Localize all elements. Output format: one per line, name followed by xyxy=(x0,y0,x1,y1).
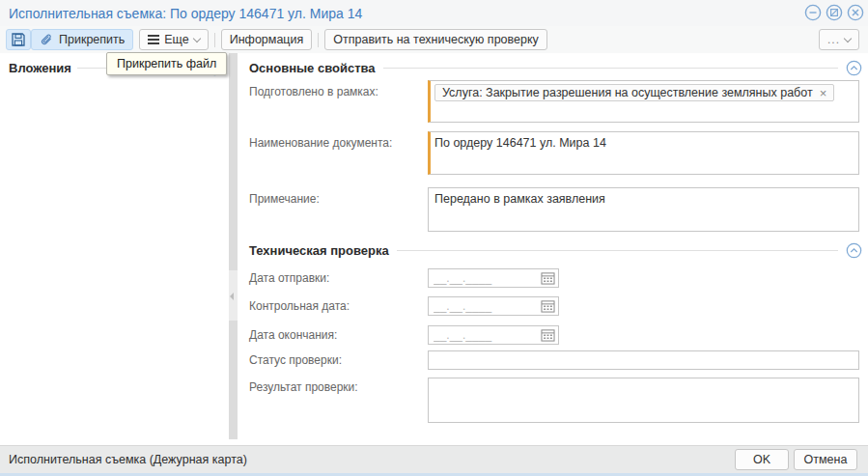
minimize-icon xyxy=(804,4,822,21)
ok-button[interactable]: OK xyxy=(735,449,789,470)
toolbar-overflow-button[interactable]: ... xyxy=(819,29,859,50)
toolbar: Прикрепить Еще Информация Отправить на т… xyxy=(0,26,868,53)
chevron-down-icon xyxy=(844,34,852,42)
close-icon xyxy=(847,4,864,21)
calendar-icon xyxy=(541,271,555,285)
attach-button-label: Прикрепить xyxy=(59,33,125,46)
send-date-calendar-button[interactable] xyxy=(537,269,558,287)
toolbar-separator xyxy=(318,33,319,47)
check-result-label: Результат проверки: xyxy=(249,380,358,394)
end-date-calendar-button[interactable] xyxy=(537,326,558,344)
send-date-field xyxy=(428,268,559,288)
header-rule xyxy=(383,68,838,69)
control-date-input[interactable] xyxy=(429,297,537,315)
note-input[interactable]: Передано в рамках заявления xyxy=(428,187,859,232)
check-section-header: Техническая проверка xyxy=(249,242,862,259)
control-date-label: Контрольная дата: xyxy=(249,299,350,313)
send-date-label: Дата отправки: xyxy=(249,271,329,285)
control-date-field xyxy=(428,296,559,316)
prepared-within-label: Подготовлено в рамках: xyxy=(249,85,378,98)
footer-status-text: Исполнительная съемка (Дежурная карта) xyxy=(9,453,247,466)
document-name-input[interactable]: По ордеру 146471 ул. Мира 14 xyxy=(428,131,859,175)
splitter-grip[interactable] xyxy=(229,270,238,321)
check-status-input[interactable] xyxy=(428,350,859,370)
prepared-within-tag[interactable]: Услуга: Закрытие разрешения на осуществл… xyxy=(434,84,834,101)
close-button[interactable] xyxy=(847,4,864,21)
panel-splitter[interactable] xyxy=(229,53,238,439)
more-button[interactable]: Еще xyxy=(139,29,208,50)
minimize-button[interactable] xyxy=(804,4,822,21)
document-window: Исполнительная съемка: По ордеру 146471 … xyxy=(0,0,868,476)
prepared-within-field[interactable]: Услуга: Закрытие разрешения на осуществл… xyxy=(428,80,859,123)
calendar-icon xyxy=(541,299,555,313)
remove-tag-icon[interactable]: × xyxy=(820,87,827,99)
restore-icon xyxy=(826,4,843,21)
page-title: Исполнительная съемка: По ордеру 146471 … xyxy=(9,6,362,21)
prepared-within-tag-label: Услуга: Закрытие разрешения на осуществл… xyxy=(442,86,813,99)
form-panel: Основные свойства Подготовлено в рамках:… xyxy=(238,53,868,445)
footer-bar: Исполнительная съемка (Дежурная карта) O… xyxy=(0,445,868,473)
attach-button[interactable]: Прикрепить xyxy=(31,29,133,50)
end-date-field xyxy=(428,325,559,345)
end-date-label: Дата окончания: xyxy=(249,328,337,342)
overflow-dots-label: ... xyxy=(827,33,840,46)
window-controls xyxy=(804,4,864,21)
save-icon xyxy=(11,32,26,47)
send-button-label: Отправить на техническую проверку xyxy=(333,33,539,46)
toolbar-separator xyxy=(214,33,215,47)
check-status-label: Статус проверки: xyxy=(249,353,342,367)
title-bar: Исполнительная съемка: По ордеру 146471 … xyxy=(0,0,868,26)
send-date-input[interactable] xyxy=(429,269,537,287)
collapse-check-section-button[interactable] xyxy=(846,242,862,259)
chevron-down-icon xyxy=(192,34,200,42)
check-section-title: Техническая проверка xyxy=(249,243,389,258)
main-section-title: Основные свойства xyxy=(249,61,376,75)
header-rule xyxy=(397,250,838,251)
save-button[interactable] xyxy=(6,29,31,50)
attachments-panel: Вложения xyxy=(0,53,229,445)
send-to-technical-check-button[interactable]: Отправить на техническую проверку xyxy=(324,29,547,50)
cancel-button[interactable]: Отмена xyxy=(794,449,857,470)
chevron-up-circle-icon xyxy=(846,60,862,76)
check-result-input[interactable] xyxy=(428,378,859,423)
information-button-label: Информация xyxy=(230,33,304,46)
note-label: Примечание: xyxy=(249,192,320,206)
attachments-panel-title: Вложения xyxy=(9,61,71,75)
attach-file-tooltip: Прикрепить файл xyxy=(106,52,227,75)
hamburger-icon xyxy=(148,35,159,44)
restore-button[interactable] xyxy=(826,4,843,21)
end-date-input[interactable] xyxy=(429,326,537,344)
document-name-label: Наименование документа: xyxy=(249,136,392,150)
control-date-calendar-button[interactable] xyxy=(537,297,558,315)
toolbar-left-group: Прикрепить Еще Информация Отправить на т… xyxy=(6,29,547,50)
information-button[interactable]: Информация xyxy=(221,29,313,50)
calendar-icon xyxy=(541,328,555,342)
chevron-up-circle-icon xyxy=(846,242,862,259)
content-area: Вложения Основные свойства xyxy=(0,53,868,445)
more-button-label: Еще xyxy=(164,33,188,46)
collapse-main-section-button[interactable] xyxy=(846,60,862,76)
main-section-header: Основные свойства xyxy=(249,60,862,76)
paperclip-icon xyxy=(40,33,54,47)
